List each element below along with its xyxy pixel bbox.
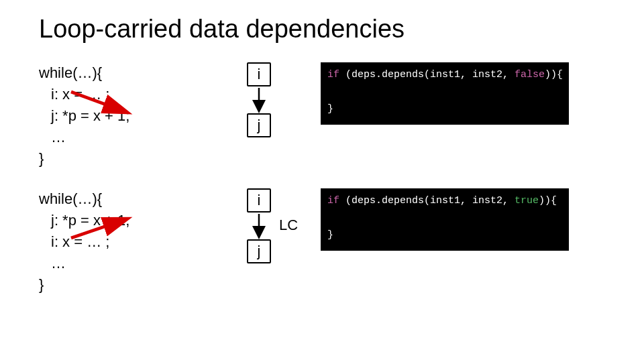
example-row-1: while(…){ i: x = … ; j: *p = x + 1; … } … bbox=[39, 62, 605, 176]
code-line: } bbox=[39, 148, 227, 170]
code-line: j: *p = x + 1; bbox=[39, 105, 227, 127]
code-line: j: *p = x + 1; bbox=[39, 210, 227, 231]
node-label: j bbox=[258, 117, 261, 134]
node-label: i bbox=[258, 66, 261, 83]
node-j: j bbox=[247, 113, 271, 137]
arrow-down-icon bbox=[252, 86, 266, 113]
dependency-diagram-1: i j bbox=[227, 62, 321, 176]
arrow-down-icon bbox=[252, 213, 266, 239]
node-label: j bbox=[258, 243, 261, 260]
code-text: } bbox=[327, 229, 333, 241]
pseudocode-2: while(…){ j: *p = x + 1; i: x = … ; … } bbox=[39, 188, 227, 295]
keyword-true: true bbox=[515, 195, 539, 206]
code-text: )){ bbox=[545, 69, 563, 80]
code-line: … bbox=[39, 127, 227, 148]
code-line: … bbox=[39, 253, 227, 274]
pseudocode-1: while(…){ i: x = … ; j: *p = x + 1; … } bbox=[39, 62, 227, 169]
code-line: i: x = … ; bbox=[39, 231, 227, 253]
code-text: )){ bbox=[539, 195, 557, 206]
keyword-if: if bbox=[327, 69, 339, 80]
code-text: (deps.depends(inst1, inst2, bbox=[339, 69, 515, 80]
slide: Loop-carried data dependencies while(…){… bbox=[0, 0, 644, 362]
node-i: i bbox=[247, 62, 271, 86]
code-line: i: x = … ; bbox=[39, 84, 227, 105]
node-i: i bbox=[247, 188, 271, 213]
dependency-diagram-2: i j LC bbox=[227, 188, 321, 302]
keyword-false: false bbox=[515, 69, 545, 80]
node-label: i bbox=[258, 192, 261, 209]
example-row-2: while(…){ j: *p = x + 1; i: x = … ; … } … bbox=[39, 188, 605, 302]
keyword-if: if bbox=[327, 195, 339, 206]
code-text: (deps.depends(inst1, inst2, bbox=[339, 195, 515, 206]
node-j: j bbox=[247, 239, 271, 263]
code-snippet-1: if (deps.depends(inst1, inst2, false)){ … bbox=[321, 62, 569, 125]
code-snippet-2: if (deps.depends(inst1, inst2, true)){ } bbox=[321, 188, 569, 251]
code-line: } bbox=[39, 274, 227, 296]
slide-title: Loop-carried data dependencies bbox=[39, 15, 605, 44]
code-line: while(…){ bbox=[39, 188, 227, 210]
lc-label: LC bbox=[279, 217, 298, 234]
code-text: } bbox=[327, 103, 333, 115]
code-line: while(…){ bbox=[39, 62, 227, 84]
